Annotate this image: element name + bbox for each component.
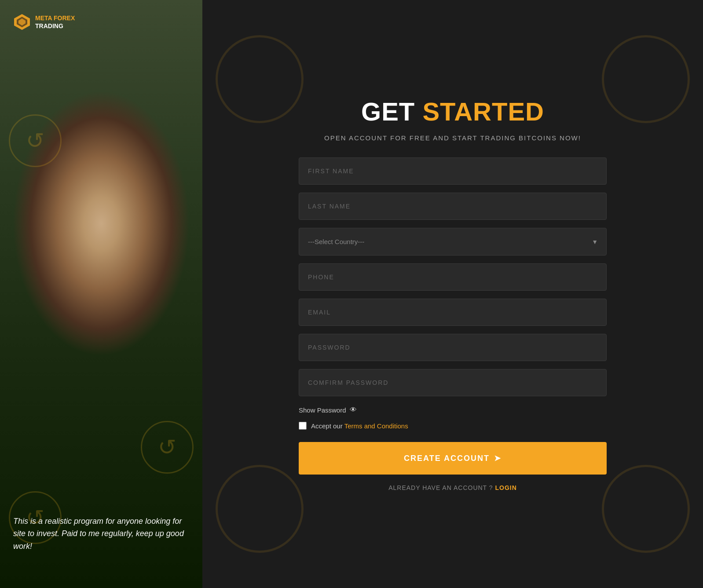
headline-orange: STARTED (422, 97, 544, 126)
last-name-group (299, 193, 607, 220)
show-password-row: Show Password 👁 (299, 406, 607, 414)
wm-circle-bottom-right (602, 465, 690, 553)
country-select-wrapper: ---Select Country--- United States Unite… (299, 228, 607, 256)
wm-circle-top-right (602, 35, 690, 123)
phone-input[interactable] (299, 263, 607, 291)
logo-text: META FOREX TRADING (35, 14, 75, 30)
phone-group (299, 263, 607, 291)
arrow-icon: ➤ (494, 453, 502, 463)
already-account-text: ALREADY HAVE AN ACCOUNT ? (388, 484, 493, 491)
watermark-circle-1: ↺ (9, 114, 62, 167)
login-link[interactable]: LOGIN (495, 484, 516, 491)
terms-prefix: Accept our (311, 422, 343, 430)
form-container: GET STARTED OPEN ACCOUNT FOR FREE AND ST… (299, 97, 607, 491)
confirm-password-input[interactable] (299, 369, 607, 396)
login-row: ALREADY HAVE AN ACCOUNT ? LOGIN (388, 484, 517, 491)
left-panel: ↺ ↺ ↺ META FOREX TRADING This is a reali… (0, 0, 202, 588)
subtitle: OPEN ACCOUNT FOR FREE AND START TRADING … (324, 134, 581, 142)
create-account-label: CREATE ACCOUNT (404, 454, 490, 463)
first-name-group (299, 157, 607, 185)
country-group: ---Select Country--- United States Unite… (299, 228, 607, 256)
headline: GET STARTED (361, 97, 544, 126)
wm-circle-bottom-left (216, 465, 304, 553)
right-panel: GET STARTED OPEN ACCOUNT FOR FREE AND ST… (202, 0, 703, 588)
logo-area: META FOREX TRADING (13, 13, 75, 31)
email-group (299, 299, 607, 326)
testimonial-text: This is a realistic program for anyone l… (13, 515, 189, 553)
last-name-input[interactable] (299, 193, 607, 220)
terms-row: Accept our Terms and Conditions (299, 422, 607, 430)
show-password-label[interactable]: Show Password (299, 406, 346, 414)
email-input[interactable] (299, 299, 607, 326)
password-input[interactable] (299, 334, 607, 361)
logo-icon (13, 13, 31, 31)
terms-checkbox[interactable] (299, 422, 307, 430)
brand-name-line2: TRADING (35, 22, 75, 30)
create-account-button[interactable]: CREATE ACCOUNT ➤ (299, 442, 607, 475)
brand-name-line1: META FOREX (35, 14, 75, 22)
eye-icon[interactable]: 👁 (350, 406, 357, 414)
testimonial-area: This is a realistic program for anyone l… (13, 515, 189, 553)
confirm-password-group (299, 369, 607, 396)
wm-circle-top-left (216, 35, 304, 123)
first-name-input[interactable] (299, 157, 607, 185)
terms-label: Accept our Terms and Conditions (311, 422, 408, 430)
country-select[interactable]: ---Select Country--- United States Unite… (299, 228, 607, 256)
terms-link[interactable]: Terms and Conditions (344, 422, 408, 430)
password-group (299, 334, 607, 361)
watermark-circle-2: ↺ (141, 421, 194, 474)
headline-white: GET (361, 97, 415, 126)
